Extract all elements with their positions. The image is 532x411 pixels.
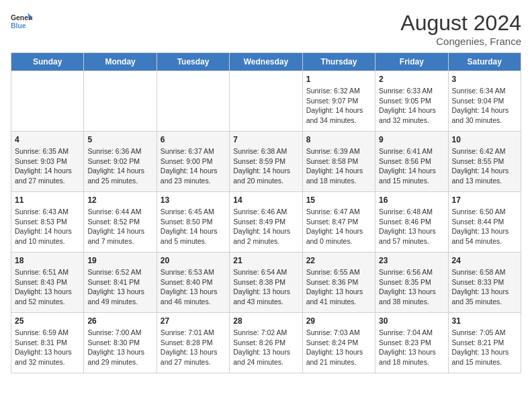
location-subtitle: Congenies, France <box>400 36 521 47</box>
calendar-cell <box>11 71 84 132</box>
day-info: Sunrise: 6:33 AM Sunset: 9:05 PM Dayligh… <box>379 86 444 126</box>
calendar-cell: 21Sunrise: 6:54 AM Sunset: 8:38 PM Dayli… <box>230 253 302 313</box>
day-number: 18 <box>15 256 80 265</box>
calendar-cell: 24Sunrise: 6:58 AM Sunset: 8:33 PM Dayli… <box>448 253 521 313</box>
day-number: 5 <box>87 135 152 144</box>
day-info: Sunrise: 6:55 AM Sunset: 8:36 PM Dayligh… <box>306 267 371 307</box>
day-of-week-header: Monday <box>84 53 157 71</box>
calendar-cell <box>84 71 157 132</box>
calendar-cell: 9Sunrise: 6:41 AM Sunset: 8:56 PM Daylig… <box>375 132 448 192</box>
calendar-cell: 28Sunrise: 7:02 AM Sunset: 8:26 PM Dayli… <box>230 313 302 373</box>
day-number: 9 <box>379 135 444 144</box>
day-number: 11 <box>15 195 80 205</box>
day-number: 4 <box>15 135 80 144</box>
calendar-cell: 27Sunrise: 7:01 AM Sunset: 8:28 PM Dayli… <box>157 313 229 373</box>
calendar-cell: 16Sunrise: 6:48 AM Sunset: 8:46 PM Dayli… <box>375 192 448 253</box>
calendar-cell: 6Sunrise: 6:37 AM Sunset: 9:00 PM Daylig… <box>157 132 229 192</box>
day-number: 28 <box>233 316 298 326</box>
day-info: Sunrise: 7:03 AM Sunset: 8:24 PM Dayligh… <box>306 328 371 367</box>
day-info: Sunrise: 7:02 AM Sunset: 8:26 PM Dayligh… <box>233 328 298 367</box>
calendar-cell: 8Sunrise: 6:39 AM Sunset: 8:58 PM Daylig… <box>302 132 375 192</box>
day-number: 26 <box>87 316 152 326</box>
day-info: Sunrise: 6:43 AM Sunset: 8:53 PM Dayligh… <box>15 207 80 246</box>
day-info: Sunrise: 6:42 AM Sunset: 8:55 PM Dayligh… <box>452 146 517 186</box>
day-info: Sunrise: 6:48 AM Sunset: 8:46 PM Dayligh… <box>379 207 444 246</box>
calendar-week-row: 1Sunrise: 6:32 AM Sunset: 9:07 PM Daylig… <box>11 71 521 132</box>
day-info: Sunrise: 6:38 AM Sunset: 8:59 PM Dayligh… <box>233 146 298 186</box>
day-number: 22 <box>306 256 371 265</box>
day-number: 3 <box>452 75 517 84</box>
day-info: Sunrise: 6:34 AM Sunset: 9:04 PM Dayligh… <box>452 86 517 126</box>
calendar-cell: 10Sunrise: 6:42 AM Sunset: 8:55 PM Dayli… <box>448 132 521 192</box>
day-info: Sunrise: 6:56 AM Sunset: 8:35 PM Dayligh… <box>379 267 444 307</box>
day-number: 30 <box>379 316 444 326</box>
day-number: 21 <box>233 256 298 265</box>
day-number: 25 <box>15 316 80 326</box>
calendar-cell: 13Sunrise: 6:45 AM Sunset: 8:50 PM Dayli… <box>157 192 229 253</box>
day-info: Sunrise: 7:04 AM Sunset: 8:23 PM Dayligh… <box>379 328 444 367</box>
day-info: Sunrise: 7:01 AM Sunset: 8:28 PM Dayligh… <box>161 328 226 367</box>
calendar-cell: 26Sunrise: 7:00 AM Sunset: 8:30 PM Dayli… <box>84 313 157 373</box>
day-number: 12 <box>87 195 152 205</box>
calendar-cell: 22Sunrise: 6:55 AM Sunset: 8:36 PM Dayli… <box>302 253 375 313</box>
day-info: Sunrise: 6:50 AM Sunset: 8:44 PM Dayligh… <box>452 207 517 246</box>
day-number: 29 <box>306 316 371 326</box>
day-number: 6 <box>161 135 226 144</box>
calendar-cell: 19Sunrise: 6:52 AM Sunset: 8:41 PM Dayli… <box>84 253 157 313</box>
day-info: Sunrise: 6:52 AM Sunset: 8:41 PM Dayligh… <box>87 267 152 307</box>
day-info: Sunrise: 6:32 AM Sunset: 9:07 PM Dayligh… <box>306 86 371 126</box>
day-info: Sunrise: 6:58 AM Sunset: 8:33 PM Dayligh… <box>452 267 517 307</box>
calendar-cell: 12Sunrise: 6:44 AM Sunset: 8:52 PM Dayli… <box>84 192 157 253</box>
calendar-cell: 23Sunrise: 6:56 AM Sunset: 8:35 PM Dayli… <box>375 253 448 313</box>
day-info: Sunrise: 6:44 AM Sunset: 8:52 PM Dayligh… <box>87 207 152 246</box>
calendar-week-row: 4Sunrise: 6:35 AM Sunset: 9:03 PM Daylig… <box>11 132 521 192</box>
day-info: Sunrise: 7:00 AM Sunset: 8:30 PM Dayligh… <box>87 328 152 367</box>
logo: General Blue <box>11 11 32 32</box>
day-number: 7 <box>233 135 298 144</box>
day-number: 16 <box>379 195 444 205</box>
day-number: 8 <box>306 135 371 144</box>
day-number: 14 <box>233 195 298 205</box>
calendar-cell: 25Sunrise: 6:59 AM Sunset: 8:31 PM Dayli… <box>11 313 84 373</box>
calendar-header-row: SundayMondayTuesdayWednesdayThursdayFrid… <box>11 53 521 71</box>
day-number: 27 <box>161 316 226 326</box>
calendar-cell: 2Sunrise: 6:33 AM Sunset: 9:05 PM Daylig… <box>375 71 448 132</box>
day-number: 13 <box>161 195 226 205</box>
calendar-cell <box>230 71 302 132</box>
day-of-week-header: Sunday <box>11 53 84 71</box>
day-info: Sunrise: 6:41 AM Sunset: 8:56 PM Dayligh… <box>379 146 444 186</box>
calendar-cell: 15Sunrise: 6:47 AM Sunset: 8:47 PM Dayli… <box>302 192 375 253</box>
calendar-cell: 14Sunrise: 6:46 AM Sunset: 8:49 PM Dayli… <box>230 192 302 253</box>
day-number: 10 <box>452 135 517 144</box>
day-info: Sunrise: 6:36 AM Sunset: 9:02 PM Dayligh… <box>87 146 152 186</box>
day-info: Sunrise: 6:54 AM Sunset: 8:38 PM Dayligh… <box>233 267 298 307</box>
page-header: General Blue August 2024 Congenies, Fran… <box>11 11 521 47</box>
day-of-week-header: Thursday <box>302 53 375 71</box>
calendar-week-row: 18Sunrise: 6:51 AM Sunset: 8:43 PM Dayli… <box>11 253 521 313</box>
calendar-cell: 30Sunrise: 7:04 AM Sunset: 8:23 PM Dayli… <box>375 313 448 373</box>
calendar-table: SundayMondayTuesdayWednesdayThursdayFrid… <box>11 52 521 373</box>
day-of-week-header: Wednesday <box>230 53 302 71</box>
month-year-title: August 2024 <box>400 11 521 36</box>
day-number: 1 <box>306 75 371 84</box>
day-info: Sunrise: 6:39 AM Sunset: 8:58 PM Dayligh… <box>306 146 371 186</box>
calendar-cell: 17Sunrise: 6:50 AM Sunset: 8:44 PM Dayli… <box>448 192 521 253</box>
calendar-cell: 31Sunrise: 7:05 AM Sunset: 8:21 PM Dayli… <box>448 313 521 373</box>
day-number: 2 <box>379 75 444 84</box>
day-of-week-header: Tuesday <box>157 53 229 71</box>
day-info: Sunrise: 6:53 AM Sunset: 8:40 PM Dayligh… <box>161 267 226 307</box>
calendar-cell: 29Sunrise: 7:03 AM Sunset: 8:24 PM Dayli… <box>302 313 375 373</box>
calendar-cell: 18Sunrise: 6:51 AM Sunset: 8:43 PM Dayli… <box>11 253 84 313</box>
svg-text:Blue: Blue <box>11 22 26 30</box>
day-number: 17 <box>452 195 517 205</box>
day-number: 23 <box>379 256 444 265</box>
day-number: 20 <box>161 256 226 265</box>
day-number: 31 <box>452 316 517 326</box>
calendar-cell: 5Sunrise: 6:36 AM Sunset: 9:02 PM Daylig… <box>84 132 157 192</box>
title-section: August 2024 Congenies, France <box>400 11 521 47</box>
calendar-cell <box>157 71 229 132</box>
day-number: 15 <box>306 195 371 205</box>
calendar-cell: 4Sunrise: 6:35 AM Sunset: 9:03 PM Daylig… <box>11 132 84 192</box>
day-number: 19 <box>87 256 152 265</box>
day-info: Sunrise: 7:05 AM Sunset: 8:21 PM Dayligh… <box>452 328 517 367</box>
